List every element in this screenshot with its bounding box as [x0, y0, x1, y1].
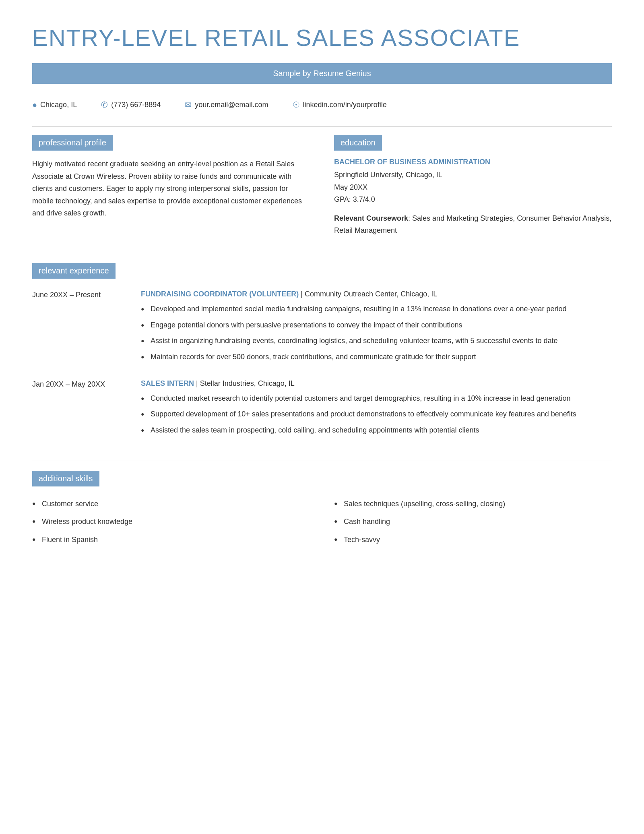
- exp-date-1: June 20XX – Present: [32, 290, 125, 367]
- location-icon: ●: [32, 100, 37, 110]
- exp-title-line-1: FUNDRAISING COORDINATOR (VOLUNTEER) | Co…: [141, 290, 612, 298]
- exp-bullets-2: Conducted market research to identify po…: [141, 393, 612, 437]
- additional-skills-header: additional skills: [32, 471, 99, 486]
- list-item: Customer service: [32, 498, 310, 510]
- exp-company-1: Community Outreach Center, Chicago, IL: [305, 290, 437, 298]
- contact-phone: ✆ (773) 667-8894: [101, 100, 161, 110]
- contact-linkedin: ☉ linkedin.com/in/yourprofile: [293, 100, 387, 110]
- education-col: education BACHELOR OF BUSINESS ADMINISTR…: [334, 135, 612, 237]
- skills-list-right: Sales techniques (upselling, cross-selli…: [334, 498, 612, 546]
- education-university: Springfield University, Chicago, IL: [334, 169, 612, 181]
- linkedin-text: linkedin.com/in/yourprofile: [303, 101, 387, 109]
- additional-skills-section: additional skills Customer service Wirel…: [32, 471, 612, 552]
- list-item: Conducted market research to identify po…: [141, 393, 612, 405]
- linkedin-icon: ☉: [293, 100, 300, 110]
- professional-profile-col: professional profile Highly motivated re…: [32, 135, 310, 237]
- education-gpa: GPA: 3.7/4.0: [334, 193, 612, 206]
- professional-profile-text: Highly motivated recent graduate seeking…: [32, 158, 310, 219]
- location-text: Chicago, IL: [40, 101, 77, 109]
- skills-col-left: Customer service Wireless product knowle…: [32, 498, 310, 552]
- exp-company-2: Stellar Industries, Chicago, IL: [200, 379, 295, 387]
- professional-profile-header: professional profile: [32, 135, 113, 151]
- exp-separator-2: |: [196, 379, 200, 387]
- list-item: Sales techniques (upselling, cross-selli…: [334, 498, 612, 510]
- phone-text: (773) 667-8894: [111, 101, 161, 109]
- education-coursework: Relevant Coursework: Sales and Marketing…: [334, 212, 612, 237]
- list-item: Supported development of 10+ sales prese…: [141, 408, 612, 420]
- relevant-experience-section: relevant experience June 20XX – Present …: [32, 263, 612, 441]
- list-item: Tech-savvy: [334, 534, 612, 546]
- exp-content-2: SALES INTERN | Stellar Industries, Chica…: [141, 379, 612, 441]
- exp-date-2: Jan 20XX – May 20XX: [32, 379, 125, 441]
- list-item: Fluent in Spanish: [32, 534, 310, 546]
- education-header: education: [334, 135, 382, 151]
- coursework-label: Relevant Coursework: [334, 214, 408, 222]
- contact-location: ● Chicago, IL: [32, 100, 77, 110]
- divider-3: [32, 461, 612, 461]
- phone-icon: ✆: [101, 100, 108, 110]
- skills-col-right: Sales techniques (upselling, cross-selli…: [334, 498, 612, 552]
- divider-2: [32, 253, 612, 253]
- education-degree: BACHELOR OF BUSINESS ADMINISTRATION: [334, 158, 612, 166]
- exp-title-line-2: SALES INTERN | Stellar Industries, Chica…: [141, 379, 612, 388]
- divider-1: [32, 126, 612, 127]
- list-item: Maintain records for over 500 donors, tr…: [141, 351, 612, 363]
- exp-bullets-1: Developed and implemented social media f…: [141, 303, 612, 363]
- skills-grid: Customer service Wireless product knowle…: [32, 498, 612, 552]
- list-item: Assisted the sales team in prospecting, …: [141, 424, 612, 437]
- contact-email: ✉ your.email@email.com: [185, 100, 268, 110]
- list-item: Wireless product knowledge: [32, 515, 310, 528]
- email-icon: ✉: [185, 100, 192, 110]
- list-item: Developed and implemented social media f…: [141, 303, 612, 315]
- skills-list-left: Customer service Wireless product knowle…: [32, 498, 310, 546]
- education-date: May 20XX: [334, 181, 612, 194]
- list-item: Engage potential donors with persuasive …: [141, 319, 612, 331]
- exp-content-1: FUNDRAISING COORDINATOR (VOLUNTEER) | Co…: [141, 290, 612, 367]
- exp-separator-1: |: [301, 290, 305, 298]
- list-item: Assist in organizing fundraising events,…: [141, 335, 612, 347]
- two-col-section: professional profile Highly motivated re…: [32, 135, 612, 237]
- relevant-experience-header: relevant experience: [32, 263, 116, 279]
- experience-row-2: Jan 20XX – May 20XX SALES INTERN | Stell…: [32, 379, 612, 441]
- exp-title-2: SALES INTERN: [141, 379, 194, 387]
- resume-title: ENTRY-LEVEL RETAIL SALES ASSOCIATE: [32, 24, 612, 51]
- experience-row-1: June 20XX – Present FUNDRAISING COORDINA…: [32, 290, 612, 367]
- list-item: Cash handling: [334, 515, 612, 528]
- email-text: your.email@email.com: [195, 101, 268, 109]
- sample-banner: Sample by Resume Genius: [32, 63, 612, 84]
- contact-row: ● Chicago, IL ✆ (773) 667-8894 ✉ your.em…: [32, 96, 612, 114]
- exp-title-1: FUNDRAISING COORDINATOR (VOLUNTEER): [141, 290, 299, 298]
